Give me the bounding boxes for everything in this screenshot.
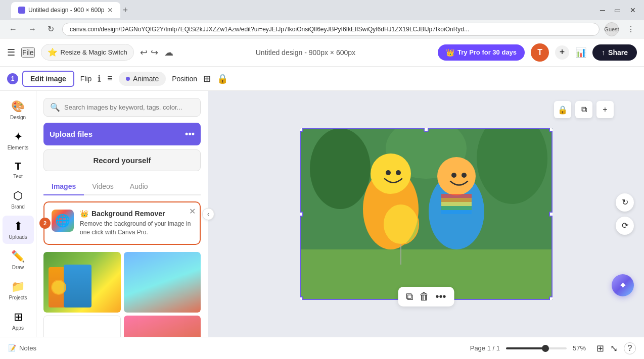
analytics-button[interactable]: 📊: [575, 47, 586, 58]
window-controls: ─ ▭ ✕: [596, 4, 640, 16]
user-avatar-nav[interactable]: Guest: [605, 22, 619, 36]
pro-label: Try Pro for 30 days: [457, 48, 517, 56]
upload-files-button[interactable]: Upload files •••: [43, 123, 201, 145]
search-input[interactable]: [64, 104, 194, 111]
close-card-button[interactable]: ✕: [189, 207, 196, 216]
file-menu-button[interactable]: File: [21, 47, 35, 58]
minimize-button[interactable]: ─: [596, 4, 609, 16]
image-thumb-3[interactable]: BURGER Queen: [43, 316, 121, 337]
top-toolbar: ☰ File ⭐ Resize & Magic Switch ↩ ↪ ☁ Unt…: [0, 38, 644, 67]
duplicate-canvas-button[interactable]: ⧉: [575, 101, 592, 118]
tab-videos[interactable]: Videos: [84, 178, 122, 195]
search-box[interactable]: 🔍: [43, 98, 201, 117]
sidebar-item-brand[interactable]: ⬡ Brand: [3, 185, 34, 214]
image-grid: BURGER Queen: [43, 252, 201, 337]
undo-button[interactable]: ↩: [140, 47, 148, 58]
reload-button[interactable]: ↻: [44, 23, 57, 35]
bg-remover-icon: 🌐: [52, 210, 74, 232]
forward-button[interactable]: →: [25, 24, 39, 35]
sidebar-item-elements[interactable]: ✦ Elements: [3, 126, 34, 155]
delete-action-button[interactable]: 🗑: [419, 291, 429, 302]
notes-label: Notes: [19, 344, 36, 352]
add-collaborator-button[interactable]: +: [555, 45, 569, 60]
position-button[interactable]: Position: [172, 75, 197, 83]
address-input[interactable]: canva.com/design/DAGNoYQfG2Y/tmlp7EQtSi2…: [62, 23, 600, 36]
lock-canvas-button[interactable]: 🔒: [554, 101, 571, 118]
refresh-tool-button[interactable]: ↻: [616, 193, 634, 212]
tab-images[interactable]: Images: [43, 178, 84, 195]
lines-button[interactable]: ≡: [107, 73, 113, 84]
sidebar-item-apps[interactable]: ⊞ Apps: [3, 306, 34, 335]
bottom-toolbar: 📝 Notes Page 1 / 1 57% ⊞ ⤡ ?: [0, 337, 644, 359]
try-pro-button[interactable]: 👑 Try Pro for 30 days: [438, 44, 525, 61]
canvas-top-controls: 🔒 ⧉ +: [554, 101, 614, 118]
copy-action-button[interactable]: ⧉: [406, 291, 413, 302]
svg-point-1: [310, 128, 371, 209]
brand-icon: ⬡: [13, 189, 23, 202]
main-content: 🎨 Design ✦ Elements T Text ⬡ Brand ⬆ Upl…: [0, 91, 644, 337]
notes-button[interactable]: 📝 Notes: [8, 344, 36, 352]
cloud-save-button[interactable]: ☁: [164, 47, 173, 58]
sidebar-item-design[interactable]: 🎨 Design: [3, 96, 34, 124]
image-thumb-4[interactable]: [124, 316, 201, 337]
share-button[interactable]: ↑ Share: [592, 44, 637, 61]
close-button[interactable]: ✕: [626, 4, 640, 16]
draw-icon: ✏️: [11, 250, 25, 263]
share-icon: ↑: [602, 48, 605, 57]
hamburger-icon[interactable]: ☰: [7, 47, 15, 58]
svg-point-6: [371, 153, 411, 194]
upload-more-icon: •••: [185, 129, 195, 139]
fullscreen-button[interactable]: ⤡: [610, 343, 618, 354]
sidebar-item-uploads[interactable]: ⬆ Uploads: [3, 216, 34, 244]
back-button[interactable]: ←: [6, 24, 20, 35]
info-button[interactable]: ℹ: [98, 73, 101, 84]
collapse-panel-button[interactable]: ‹: [202, 208, 214, 220]
tab-audio[interactable]: Audio: [122, 178, 156, 195]
zoom-thumb[interactable]: [542, 345, 549, 352]
active-tab[interactable]: Untitled design - 900 × 600p ✕: [11, 2, 120, 18]
edit-image-button[interactable]: Edit image: [22, 71, 74, 87]
ai-assistant-button[interactable]: ✦: [612, 274, 634, 296]
image-thumb-2[interactable]: [124, 252, 201, 313]
zoom-fill: [506, 347, 545, 349]
animate-button[interactable]: Animate: [119, 72, 166, 86]
redo-button[interactable]: ↪: [151, 47, 158, 58]
zoom-track[interactable]: [506, 347, 567, 349]
record-yourself-button[interactable]: Record yourself: [43, 149, 201, 171]
user-initial: T: [537, 48, 542, 57]
browser-chrome: Untitled design - 900 × 600p ✕ + ─ ▭ ✕: [0, 0, 644, 20]
rotate-tool-button[interactable]: ⟳: [616, 217, 634, 235]
flip-button[interactable]: Flip: [80, 75, 92, 83]
search-icon: 🔍: [50, 102, 60, 112]
svg-rect-12: [441, 206, 472, 210]
more-action-button[interactable]: •••: [435, 291, 446, 302]
animate-label: Animate: [133, 75, 159, 83]
magic-switch-label: Resize & Magic Switch: [61, 48, 127, 56]
user-avatar[interactable]: T: [531, 43, 549, 62]
animate-dot: [126, 77, 130, 81]
tab-favicon: [18, 7, 25, 14]
transparency-button[interactable]: ⊞: [203, 73, 211, 84]
tab-close-icon[interactable]: ✕: [107, 6, 113, 14]
new-tab-button[interactable]: +: [122, 5, 128, 16]
upload-files-label: Upload files: [50, 130, 93, 138]
sidebar-item-draw[interactable]: ✏️ Draw: [3, 246, 34, 274]
sidebar-item-text[interactable]: T Text: [3, 157, 34, 183]
canvas-image[interactable]: [300, 128, 553, 300]
step1-badge: 1: [7, 73, 18, 84]
canvas-svg: [300, 128, 553, 300]
undo-redo-group: ↩ ↪: [140, 47, 158, 58]
add-page-button[interactable]: +: [596, 101, 614, 118]
apps-label: Apps: [12, 325, 24, 331]
help-button[interactable]: ?: [624, 342, 636, 354]
grid-view-button[interactable]: ⊞: [596, 343, 604, 354]
menu-button[interactable]: ⋮: [624, 23, 638, 35]
magic-switch-button[interactable]: ⭐ Resize & Magic Switch: [41, 44, 134, 61]
sidebar-item-projects[interactable]: 📁 Projects: [3, 276, 34, 304]
image-thumb-1[interactable]: [43, 252, 121, 313]
maximize-button[interactable]: ▭: [610, 4, 625, 16]
zoom-slider[interactable]: [506, 347, 567, 349]
elements-label: Elements: [8, 145, 29, 150]
bg-remover-text: 👑 Background Remover Remove the backgrou…: [80, 210, 193, 237]
lock-button[interactable]: 🔒: [217, 73, 228, 84]
